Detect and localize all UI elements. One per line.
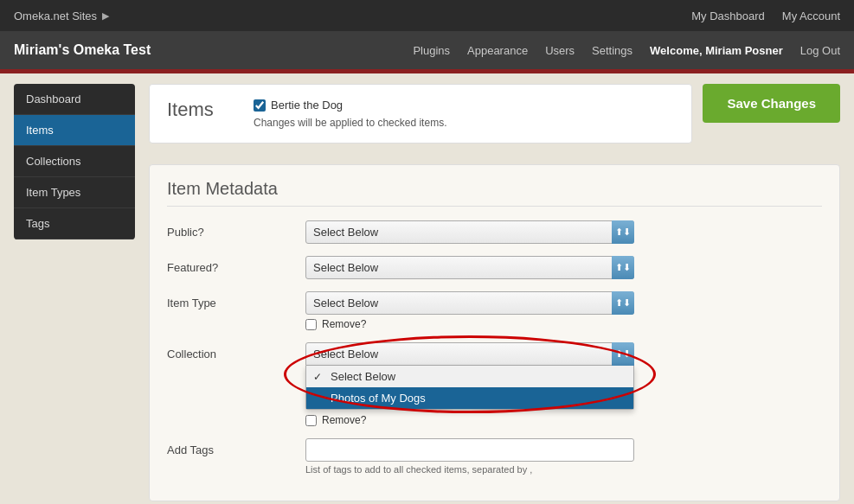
top-nav-right: My Dashboard My Account [691, 10, 840, 22]
item-type-remove-row: Remove? [305, 318, 822, 330]
featured-label: Featured? [167, 256, 305, 274]
add-tags-label: Add Tags [167, 438, 305, 456]
sidebar-item-items[interactable]: Items [14, 115, 135, 146]
collection-option-select-below[interactable]: ✓ Select Below [306, 366, 633, 387]
layout: Dashboard Items Collections Item Types T… [0, 73, 854, 504]
item-type-remove-checkbox[interactable] [305, 319, 317, 330]
public-row: Public? Select Below Yes No ⬆⬇ [167, 220, 822, 244]
bertie-label: Bertie the Dog [271, 99, 343, 112]
item-type-select-wrapper: Select Below ⬆⬇ [305, 291, 634, 315]
changes-note: Changes will be applied to checked items… [254, 117, 674, 129]
appearance-link[interactable]: Appearance [467, 44, 528, 57]
add-tags-row: Add Tags List of tags to add to all chec… [167, 438, 822, 475]
collection-remove-label: Remove? [322, 414, 366, 426]
bertie-checkbox-row: Bertie the Dog [254, 99, 674, 112]
collection-option-label-1: Select Below [331, 370, 395, 383]
public-control: Select Below Yes No ⬆⬇ [305, 220, 822, 244]
sidebar-item-collections[interactable]: Collections [14, 146, 135, 177]
top-content-row: Items Bertie the Dog Changes will be app… [149, 84, 840, 154]
add-tags-control: List of tags to add to all checked items… [305, 438, 822, 475]
collection-select-container: Select Below ⬆⬇ ✓ Select Below [305, 342, 634, 366]
top-nav: Omeka.net Sites ▶ My Dashboard My Accoun… [0, 0, 854, 31]
top-nav-left: Omeka.net Sites ▶ [14, 10, 109, 22]
collection-remove-checkbox[interactable] [305, 415, 317, 426]
featured-row: Featured? Select Below Yes No ⬆⬇ [167, 256, 822, 279]
public-select[interactable]: Select Below Yes No [305, 220, 634, 244]
collection-row: Collection Select Below ⬆⬇ [167, 342, 822, 426]
item-type-remove-label: Remove? [322, 318, 366, 330]
featured-select[interactable]: Select Below Yes No [305, 256, 634, 279]
welcome-text: Welcome, Miriam Posner [650, 44, 783, 57]
featured-control: Select Below Yes No ⬆⬇ [305, 256, 822, 279]
item-type-select[interactable]: Select Below [305, 291, 634, 315]
my-dashboard-link[interactable]: My Dashboard [691, 10, 765, 22]
collection-control: Select Below ⬆⬇ ✓ Select Below [305, 342, 822, 426]
collection-selected-value: Select Below [313, 348, 378, 360]
plugins-link[interactable]: Plugins [413, 44, 450, 57]
my-account-link[interactable]: My Account [782, 10, 840, 22]
item-type-row: Item Type Select Below ⬆⬇ Remove? [167, 291, 822, 330]
metadata-title: Item Metadata [167, 179, 822, 207]
main-nav-links: Plugins Appearance Users Settings Welcom… [413, 44, 840, 57]
sidebar-item-tags[interactable]: Tags [14, 208, 135, 239]
nav-arrow-icon: ▶ [102, 10, 109, 22]
check-icon: ✓ [313, 371, 325, 383]
add-tags-input[interactable] [305, 438, 634, 462]
logout-link[interactable]: Log Out [800, 44, 840, 57]
bertie-checkbox[interactable] [254, 99, 266, 112]
item-type-control: Select Below ⬆⬇ Remove? [305, 291, 822, 330]
collection-option-photos[interactable]: Photos of My Dogs [306, 387, 633, 409]
collection-option-label-2: Photos of My Dogs [331, 392, 426, 405]
public-label: Public? [167, 220, 305, 239]
sidebar-item-dashboard[interactable]: Dashboard [14, 84, 135, 115]
save-area: Save Changes [703, 84, 840, 123]
metadata-section: Item Metadata Public? Select Below Yes N… [149, 164, 840, 501]
collection-dropdown-wrap: Select Below ⬆⬇ ✓ Select Below [305, 342, 634, 426]
items-page-title: Items [167, 99, 236, 121]
settings-link[interactable]: Settings [592, 44, 632, 57]
collection-select-display[interactable]: Select Below [305, 342, 634, 366]
main-content: Items Bertie the Dog Changes will be app… [149, 84, 840, 501]
save-changes-button[interactable]: Save Changes [703, 84, 840, 123]
featured-select-wrapper: Select Below Yes No ⬆⬇ [305, 256, 634, 279]
sidebar-item-item-types[interactable]: Item Types [14, 177, 135, 208]
items-header-box: Items Bertie the Dog Changes will be app… [149, 84, 692, 144]
site-nav-label[interactable]: Omeka.net Sites [14, 10, 97, 22]
item-type-label: Item Type [167, 291, 305, 309]
add-tags-note: List of tags to add to all checked items… [305, 464, 822, 475]
sidebar: Dashboard Items Collections Item Types T… [14, 84, 135, 239]
collection-dropdown-options: ✓ Select Below Photos of My Dogs [305, 366, 634, 410]
items-info: Bertie the Dog Changes will be applied t… [254, 99, 674, 129]
collection-remove-row: Remove? [305, 414, 634, 426]
site-title: Miriam's Omeka Test [14, 42, 151, 58]
collection-label: Collection [167, 342, 305, 360]
main-nav: Miriam's Omeka Test Plugins Appearance U… [0, 31, 854, 69]
users-link[interactable]: Users [545, 44, 575, 57]
public-select-wrapper: Select Below Yes No ⬆⬇ [305, 220, 634, 244]
